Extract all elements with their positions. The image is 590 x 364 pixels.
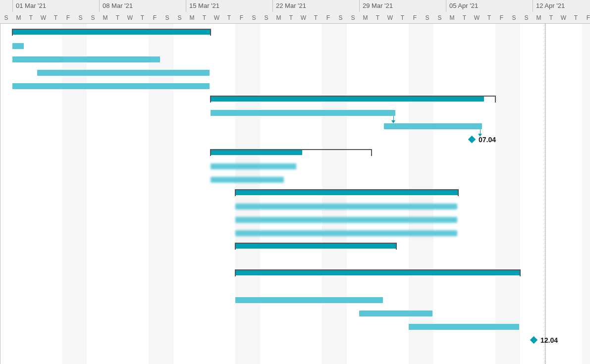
timeline-header: 01 Mar '2108 Mar '2115 Mar '2122 Mar '21… (0, 0, 590, 24)
week-label: 15 Mar '21 (186, 0, 219, 12)
task-bar[interactable] (12, 83, 210, 89)
gantt-body[interactable]: 07.0412.04 (0, 24, 590, 364)
day-letter: W (211, 12, 223, 24)
milestone-label: 07.04 (479, 136, 496, 144)
day-letter: S (433, 12, 446, 24)
summary-bar[interactable] (12, 30, 211, 35)
task-bar[interactable] (235, 297, 383, 303)
summary-bar[interactable] (235, 244, 396, 249)
day-letter: T (136, 12, 149, 24)
day-letter: S (421, 12, 433, 24)
task-bar[interactable] (235, 204, 457, 209)
day-letter: S (260, 12, 272, 24)
task-bar[interactable] (12, 43, 24, 49)
day-letter: W (557, 12, 570, 24)
day-letter: S (0, 12, 12, 24)
day-letter: S (161, 12, 173, 24)
day-letter: S (87, 12, 99, 24)
day-letter: M (359, 12, 372, 24)
weekend-band (582, 24, 590, 364)
day-letter: M (272, 12, 285, 24)
week-label: 08 Mar '21 (99, 0, 133, 12)
day-letter: T (50, 12, 62, 24)
day-letter: S (347, 12, 359, 24)
day-letter: S (520, 12, 533, 24)
task-bar[interactable] (12, 56, 160, 62)
day-letter: M (446, 12, 458, 24)
milestone-label: 12.04 (540, 336, 558, 344)
summary-bar[interactable] (235, 190, 458, 195)
task-bar[interactable] (235, 230, 457, 236)
task-bar[interactable] (384, 123, 482, 129)
day-letter: W (297, 12, 310, 24)
day-letter: T (198, 12, 211, 24)
day-letter: T (285, 12, 297, 24)
day-letter: S (173, 12, 186, 24)
day-letter: T (483, 12, 495, 24)
weekend-band (495, 24, 520, 364)
day-letter: F (235, 12, 248, 24)
task-bar[interactable] (211, 110, 395, 116)
gantt-chart[interactable]: 01 Mar '2108 Mar '2115 Mar '2122 Mar '21… (0, 0, 590, 364)
day-letter: M (186, 12, 198, 24)
day-letter: M (99, 12, 111, 24)
task-bar[interactable] (359, 311, 432, 316)
day-letter: S (74, 12, 87, 24)
day-letter: F (322, 12, 334, 24)
milestone-icon[interactable] (468, 136, 476, 144)
week-label: 29 Mar '21 (359, 0, 393, 12)
day-letter: F (582, 12, 590, 24)
summary-bar[interactable] (211, 150, 372, 155)
today-marker (545, 24, 545, 364)
day-letter: W (384, 12, 396, 24)
summary-bar[interactable] (235, 270, 520, 275)
day-letter: T (223, 12, 235, 24)
day-letter: F (495, 12, 508, 24)
week-label: 22 Mar '21 (272, 0, 306, 12)
task-bar[interactable] (37, 70, 210, 76)
summary-bar[interactable] (211, 97, 495, 102)
day-letter: T (25, 12, 37, 24)
day-letter: T (111, 12, 124, 24)
day-letter: T (396, 12, 409, 24)
day-letter: F (409, 12, 421, 24)
day-letter: S (334, 12, 347, 24)
day-letter: W (471, 12, 483, 24)
day-letter: M (12, 12, 25, 24)
week-label: 01 Mar '21 (12, 0, 46, 12)
milestone-icon[interactable] (530, 336, 538, 344)
day-letter: W (124, 12, 136, 24)
task-bar[interactable] (409, 324, 519, 330)
day-letter: T (372, 12, 384, 24)
day-letter: S (508, 12, 520, 24)
day-letter: F (62, 12, 74, 24)
week-label: 12 Apr '21 (533, 0, 565, 12)
task-bar[interactable] (211, 177, 284, 183)
day-letter: T (458, 12, 471, 24)
task-bar[interactable] (235, 217, 457, 223)
day-letter: W (37, 12, 50, 24)
week-label: 05 Apr '21 (446, 0, 478, 12)
day-letter: F (149, 12, 161, 24)
task-bar[interactable] (211, 163, 296, 169)
day-letter: T (310, 12, 322, 24)
day-letter: S (248, 12, 260, 24)
dependency-arrow (393, 116, 397, 123)
day-letter: T (545, 12, 557, 24)
day-letter: M (533, 12, 545, 24)
day-letter: T (570, 12, 582, 24)
